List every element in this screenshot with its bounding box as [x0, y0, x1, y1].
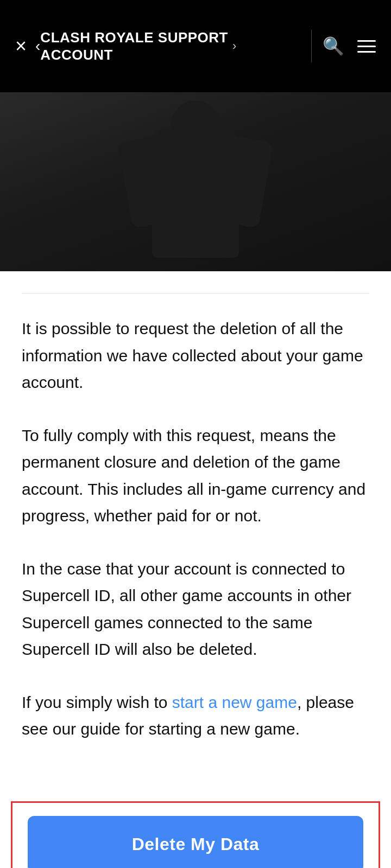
delete-button-area: Delete My Data: [11, 801, 380, 869]
char-body: [152, 127, 239, 258]
hero-image: [0, 92, 391, 271]
header-title-line2: ACCOUNT: [40, 47, 113, 63]
paragraph-1: It is possible to request the deletion o…: [22, 315, 369, 396]
back-icon[interactable]: ‹: [35, 37, 40, 55]
menu-icon[interactable]: [357, 40, 376, 53]
content-area: It is possible to request the deletion o…: [0, 293, 391, 801]
hamburger-line-2: [357, 46, 376, 47]
close-icon[interactable]: ×: [15, 35, 27, 58]
header-title-line1: CLASH ROYALE SUPPORT: [40, 29, 228, 46]
header-title: CLASH ROYALE SUPPORT ACCOUNT: [40, 29, 228, 64]
hamburger-line-3: [357, 51, 376, 53]
section-divider: [22, 293, 369, 293]
search-icon[interactable]: 🔍: [323, 36, 344, 56]
header: × ‹ CLASH ROYALE SUPPORT ACCOUNT › 🔍: [0, 0, 391, 92]
header-title-area: CLASH ROYALE SUPPORT ACCOUNT ›: [40, 29, 300, 64]
header-chevron-icon: ›: [232, 39, 236, 53]
hero-figure: [103, 106, 288, 258]
paragraph-4: If you simply wish to start a new game, …: [22, 689, 369, 743]
start-new-game-link[interactable]: start a new game: [172, 693, 297, 711]
hamburger-line-1: [357, 40, 376, 42]
paragraph-4-prefix: If you simply wish to: [22, 693, 172, 711]
paragraph-3: In the case that your account is connect…: [22, 556, 369, 663]
header-divider: [311, 30, 312, 62]
delete-my-data-button[interactable]: Delete My Data: [28, 816, 363, 869]
paragraph-2: To fully comply with this request, means…: [22, 422, 369, 529]
